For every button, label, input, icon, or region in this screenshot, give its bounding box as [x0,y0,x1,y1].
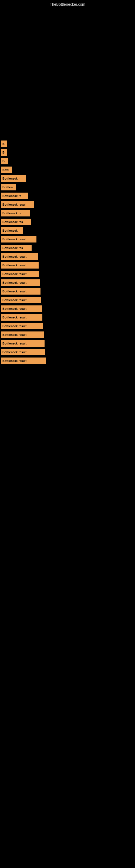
result-item: Bottlen [1,184,134,190]
result-item: Bottleneck result [1,358,134,364]
result-item: Bottleneck result [1,349,134,355]
result-item: Bottleneck result [1,236,134,243]
result-item: Bottleneck result [1,262,134,269]
result-item: Bottleneck result [1,271,134,277]
bottleneck-result-bar: B [1,141,7,147]
result-item: Bottleneck result [1,314,134,321]
bottleneck-result-bar: Bottleneck re [1,210,30,216]
result-item: B [1,141,134,147]
bottleneck-result-bar: Bottleneck result [1,323,43,329]
bottleneck-result-bar: Bottleneck result [1,262,39,269]
bottleneck-result-bar: Bottleneck result [1,305,42,312]
results-section: BBBBottlBottleneck rBottlenBottleneck re… [0,138,135,369]
chart-area [0,8,135,138]
bottleneck-result-bar: Bottleneck result [1,236,37,243]
bottleneck-result-bar: Bottleneck [1,227,23,234]
result-item: Bottleneck result [1,305,134,312]
result-item: Bottleneck re [1,193,134,199]
chart-background [0,8,135,138]
bottleneck-result-bar: Bottleneck result [1,340,45,347]
result-item: Bottleneck result [1,332,134,338]
bottleneck-result-bar: Bottleneck result [1,332,44,338]
bottleneck-result-bar: Bottleneck res [1,219,31,225]
bottleneck-result-bar: Bottleneck result [1,271,39,277]
result-item: Bottleneck result [1,340,134,347]
bottleneck-result-bar: Bottleneck result [1,314,42,321]
bottleneck-result-bar: Bottleneck result [1,349,45,355]
result-item: Bottleneck result [1,288,134,294]
result-item: Bottleneck result [1,253,134,260]
result-item: Bottleneck r [1,175,134,182]
result-item: Bottleneck result [1,323,134,329]
bottleneck-result-bar: Bottleneck result [1,358,46,364]
result-item: Bottleneck res [1,245,134,251]
bottleneck-result-bar: Bottleneck result [1,279,40,286]
bottleneck-result-bar: Bottleneck result [1,253,38,260]
bottleneck-result-bar: Bottleneck result [1,297,41,303]
bottleneck-result-bar: Bottleneck resul [1,201,34,208]
bottleneck-result-bar: Bottl [1,166,12,173]
bottleneck-result-bar: Bottleneck result [1,288,41,294]
result-item: Bottleneck result [1,297,134,303]
bottleneck-result-bar: B [1,149,7,156]
bottleneck-result-bar: Bottleneck re [1,193,28,199]
result-item: B [1,158,134,164]
result-item: Bottleneck res [1,219,134,225]
bottleneck-result-bar: Bottlen [1,184,16,190]
result-item: Bottleneck result [1,279,134,286]
bottleneck-result-bar: B [1,158,8,164]
result-item: Bottleneck re [1,210,134,216]
bottleneck-result-bar: Bottleneck res [1,245,32,251]
result-item: B [1,149,134,156]
result-item: Bottleneck resul [1,201,134,208]
result-item: Bottl [1,166,134,173]
bottleneck-result-bar: Bottleneck r [1,175,26,182]
site-title: TheBottlenecker.com [0,0,135,8]
result-item: Bottleneck [1,227,134,234]
